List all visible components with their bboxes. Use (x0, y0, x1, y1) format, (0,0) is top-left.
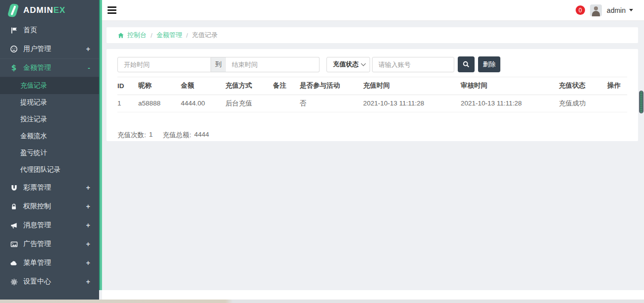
records-table: ID 昵称 金额 充值方式 备注 是否参与活动 充值时间 审核时间 充值状态 操… (117, 77, 627, 112)
header-actions: 操作 (607, 77, 627, 95)
cell-audit-time: 2021-10-13 11:11:28 (461, 95, 559, 112)
cell-amount: 4444.00 (181, 95, 225, 112)
notification-badge[interactable]: 0 (576, 5, 585, 15)
expand-toggle: + (86, 259, 90, 267)
megaphone-icon (10, 221, 18, 229)
logo-icon (8, 3, 19, 17)
end-time-input[interactable] (226, 57, 320, 72)
gear-icon (10, 278, 18, 286)
breadcrumb-current: 充值记录 (192, 31, 217, 40)
sidebar-item-users[interactable]: 用户管理 + (0, 40, 99, 58)
submenu-label: 代理团队记录 (20, 165, 60, 174)
sidebar-item-label: 广告管理 (23, 240, 86, 249)
recharge-status-select[interactable]: 充值状态 (326, 57, 370, 72)
menu-toggle-icon[interactable] (107, 2, 124, 19)
collapse-toggle: - (88, 64, 90, 72)
image-icon (10, 240, 18, 248)
sidebar-item-label: 权限控制 (23, 202, 86, 211)
status-badge: 充值成功 (559, 95, 607, 112)
money-submenu: 充值记录 提现记录 投注记录 金额流水 盈亏统计 代理团队记录 (0, 77, 99, 178)
home-icon (117, 32, 124, 39)
app-logo[interactable]: ADMINEX (0, 0, 99, 21)
sidebar-item-label: 首页 (23, 26, 90, 35)
sidebar-item-money[interactable]: $ 金额管理 - (0, 58, 99, 77)
header-recharge-method: 充值方式 (225, 77, 273, 95)
submenu-label: 金额流水 (20, 132, 47, 141)
cell-recharge-method: 后台充值 (225, 95, 273, 112)
header-nickname: 昵称 (138, 77, 181, 95)
submenu-label: 投注记录 (20, 115, 47, 124)
filter-bar: 到 充值状态 删除 (117, 56, 627, 72)
flag-icon (10, 26, 18, 34)
lock-icon (10, 202, 18, 210)
cell-id: 1 (117, 95, 138, 112)
breadcrumb-home[interactable]: 控制台 (117, 31, 147, 40)
sidebar-item-home[interactable]: 首页 (0, 21, 99, 40)
submenu-item-agent-team-records[interactable]: 代理团队记录 (0, 161, 99, 178)
sidebar-item-label: 彩票管理 (23, 183, 86, 192)
header-amount: 金额 (181, 77, 225, 95)
table-row: 1 a58888 4444.00 后台充值 否 2021-10-13 11:11… (117, 95, 627, 112)
header-audit-time: 审核时间 (461, 77, 559, 95)
header-recharge-time: 充值时间 (363, 77, 461, 95)
date-range-to-label: 到 (211, 57, 226, 72)
vertical-scrollbar-thumb[interactable] (639, 91, 644, 113)
expand-toggle: + (86, 240, 90, 248)
sidebar-item-messages[interactable]: 消息管理 + (0, 216, 99, 235)
submenu-item-bet-records[interactable]: 投注记录 (0, 111, 99, 128)
submenu-label: 充值记录 (20, 81, 47, 90)
submenu-item-money-flow[interactable]: 金额流水 (0, 128, 99, 145)
header-activity-participation: 是否参与活动 (300, 77, 363, 95)
start-time-input[interactable] (117, 57, 211, 72)
delete-button[interactable]: 删除 (478, 56, 500, 72)
sidebar-item-settings[interactable]: 设置中心 + (0, 272, 99, 291)
topbar-right: 0 admin (576, 4, 644, 16)
chevron-down-icon (361, 61, 366, 66)
sidebar-item-label: 金额管理 (23, 63, 88, 72)
expand-toggle: + (86, 45, 90, 53)
header-recharge-status: 充值状态 (559, 77, 607, 95)
cell-recharge-time: 2021-10-13 11:11:28 (363, 95, 461, 112)
chevron-down-icon (629, 9, 633, 11)
search-icon (463, 61, 470, 68)
sidebar-item-label: 用户管理 (23, 45, 86, 53)
recharge-count-value: 1 (149, 131, 153, 140)
submenu-item-recharge-records[interactable]: 充值记录 (0, 77, 99, 94)
sidebar-item-label: 消息管理 (23, 221, 86, 230)
topbar: 0 admin (102, 0, 644, 21)
avatar[interactable] (590, 4, 602, 16)
horizontal-scrollbar-track[interactable] (102, 290, 644, 300)
recharge-total-value: 4444 (194, 131, 209, 140)
header-remark: 备注 (273, 77, 300, 95)
breadcrumb-section[interactable]: 金额管理 (157, 31, 182, 40)
cell-activity-participation: 否 (300, 95, 363, 112)
table-header-row: ID 昵称 金额 充值方式 备注 是否参与活动 充值时间 审核时间 充值状态 操… (117, 77, 627, 95)
records-panel: 到 充值状态 删除 ID 昵称 (107, 49, 638, 141)
sidebar-item-label: 设置中心 (23, 277, 86, 286)
sidebar-menu: 首页 用户管理 + $ 金额管理 - 充值记录 提现记录 投注记录 金额流水 盈… (0, 21, 99, 291)
sidebar-item-menus[interactable]: 菜单管理 + (0, 253, 99, 272)
date-range-group: 到 (117, 57, 320, 72)
username: admin (607, 6, 626, 14)
page: ADMINEX 首页 用户管理 + $ 金额管理 - (0, 0, 644, 303)
sidebar-item-lottery[interactable]: 彩票管理 + (0, 178, 99, 197)
summary-bar: 充值次数: 1 充值总额: 4444 (117, 131, 627, 140)
submenu-item-profit-stats[interactable]: 盈亏统计 (0, 145, 99, 161)
submenu-label: 盈亏统计 (20, 149, 47, 157)
recharge-count-label: 充值次数: (117, 131, 146, 140)
sidebar-item-permissions[interactable]: 权限控制 + (0, 197, 99, 216)
header-id: ID (117, 77, 138, 95)
sidebar-item-ads[interactable]: 广告管理 + (0, 235, 99, 253)
bottom-edge-strip (0, 300, 644, 303)
user-menu[interactable]: admin (607, 6, 633, 14)
cell-remark (273, 95, 300, 112)
cloud-icon (10, 259, 18, 267)
search-button[interactable] (458, 56, 475, 72)
submenu-item-withdraw-records[interactable]: 提现记录 (0, 94, 99, 111)
breadcrumb-separator: / (151, 32, 153, 39)
recharge-total-label: 充值总额: (162, 131, 191, 140)
account-input[interactable] (372, 57, 454, 72)
expand-toggle: + (86, 202, 90, 210)
sidebar: ADMINEX 首页 用户管理 + $ 金额管理 - (0, 0, 99, 301)
user-icon (10, 45, 18, 53)
